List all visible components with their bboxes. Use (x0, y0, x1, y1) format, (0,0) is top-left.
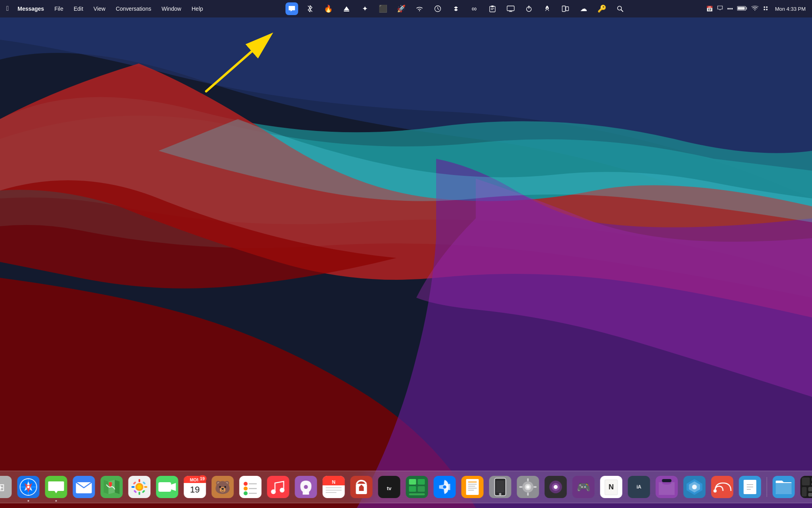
svg-text:19: 19 (190, 485, 199, 495)
wifi-strip-icon[interactable] (413, 2, 426, 15)
dock-numbers[interactable] (404, 474, 430, 500)
svg-point-5 (766, 6, 768, 8)
overflow-strip-icon[interactable]: ∞ (468, 2, 481, 15)
svg-rect-11 (491, 6, 494, 7)
clipboard-strip-icon[interactable] (486, 2, 499, 15)
dock-appletv[interactable]: tv (377, 474, 402, 500)
dock-messages[interactable] (44, 474, 69, 500)
svg-rect-146 (802, 487, 807, 496)
svg-point-113 (527, 485, 530, 489)
launch-strip-icon[interactable] (541, 2, 553, 15)
airplay-icon[interactable] (717, 5, 723, 13)
svg-text:⊞: ⊞ (0, 481, 5, 493)
window-menu[interactable]: Window (160, 5, 183, 13)
help-menu[interactable]: Help (190, 5, 205, 13)
apple-menu[interactable]:  (6, 5, 9, 13)
dock-facetime[interactable] (155, 474, 180, 500)
dock-mail[interactable] (71, 474, 97, 500)
svg-point-70 (244, 487, 248, 491)
dock-terminal[interactable] (799, 474, 812, 500)
control-center-icon[interactable] (762, 5, 769, 13)
svg-text:🎮: 🎮 (576, 481, 590, 494)
dock-bear[interactable]: 🐻 (210, 474, 236, 500)
svg-rect-8 (344, 11, 349, 12)
svg-point-4 (764, 6, 765, 8)
app-name-menu[interactable]: Messages (16, 5, 46, 13)
dropzone-strip-icon[interactable]: 🔥 (322, 2, 335, 15)
svg-point-19 (547, 8, 548, 9)
cloud-strip-icon[interactable]: ☁ (577, 2, 590, 15)
power-strip-icon[interactable] (523, 2, 535, 15)
rectangle-strip-icon[interactable] (559, 2, 572, 15)
dock-creativize[interactable] (682, 474, 707, 500)
svg-rect-130 (662, 479, 672, 482)
svg-point-121 (554, 485, 558, 489)
dock-maps[interactable] (99, 474, 124, 500)
dock-files[interactable] (771, 474, 797, 500)
icon-strip: 🔥 ✦ ⬛ 🚀 (285, 2, 626, 15)
battery-strip-icon[interactable]: ⬛ (377, 2, 389, 15)
dock-day-one[interactable] (737, 474, 763, 500)
dock-news[interactable]: N (321, 474, 347, 500)
dock-notion[interactable]: N (599, 474, 624, 500)
dock-ia-writer[interactable]: iA (626, 474, 652, 500)
svg-rect-117 (534, 486, 537, 488)
dock-creaks[interactable]: 🎮 (571, 474, 596, 500)
svg-point-72 (244, 491, 248, 495)
script-strip-icon[interactable]: ✦ (358, 2, 371, 15)
messages-notification-icon[interactable] (285, 2, 298, 15)
wifi-tray-icon[interactable] (751, 6, 758, 12)
svg-text:N: N (332, 479, 335, 485)
dock-podcasts[interactable] (293, 474, 319, 500)
svg-rect-103 (468, 486, 475, 487)
desktop:  Messages File Edit View Conversations … (0, 0, 812, 508)
dock-photos[interactable] (127, 474, 152, 500)
svg-point-40 (27, 486, 30, 488)
svg-point-68 (244, 482, 248, 486)
edit-menu[interactable]: Edit (72, 5, 85, 13)
view-menu[interactable]: View (92, 5, 107, 13)
menubar-time[interactable]: Mon 4:33 PM (775, 6, 806, 12)
svg-point-109 (499, 493, 502, 495)
eject-strip-icon[interactable] (340, 2, 353, 15)
svg-rect-101 (468, 481, 477, 483)
conversations-menu[interactable]: Conversations (114, 5, 153, 13)
battery-tray-icon[interactable] (737, 6, 747, 12)
dock-safari[interactable] (16, 474, 41, 500)
1password-strip-icon[interactable]: 🔑 (596, 2, 608, 15)
svg-rect-58 (159, 482, 171, 492)
calendar-tray-icon[interactable]: 📅 (706, 6, 713, 12)
more-tray-icon[interactable]: ••• (727, 6, 733, 12)
svg-rect-94 (409, 486, 416, 492)
dock-testflight[interactable] (432, 474, 458, 500)
svg-point-48 (137, 485, 142, 489)
istat-strip-icon[interactable]: 🚀 (395, 2, 408, 15)
svg-rect-116 (519, 486, 523, 488)
wallpaper (0, 0, 812, 508)
svg-rect-51 (132, 486, 135, 488)
svg-text:N: N (609, 483, 614, 491)
svg-rect-95 (418, 486, 425, 492)
dropbox-strip-icon[interactable] (450, 2, 462, 15)
dock-launchpad[interactable]: ⊞ (0, 474, 13, 500)
dock-obs[interactable] (543, 474, 569, 500)
dock-reeder[interactable] (710, 474, 735, 500)
search-strip-icon[interactable] (614, 2, 626, 15)
dock-system-prefs[interactable] (515, 474, 541, 500)
dock-simulator[interactable] (488, 474, 513, 500)
svg-rect-93 (418, 479, 425, 485)
display-strip-icon[interactable] (504, 2, 517, 15)
bluetooth-strip-icon[interactable] (304, 2, 316, 15)
dock-calendar[interactable]: MON 19 19 (182, 474, 208, 500)
dock-reminders[interactable] (238, 474, 263, 500)
dock-notchmeister[interactable] (654, 474, 680, 500)
svg-rect-50 (139, 492, 140, 495)
svg-rect-92 (409, 479, 416, 485)
dock-pages[interactable] (460, 474, 485, 500)
clock-strip-icon[interactable] (431, 2, 444, 15)
dock-robinhoodie[interactable] (349, 474, 374, 500)
dock-music[interactable] (266, 474, 291, 500)
file-menu[interactable]: File (53, 5, 65, 13)
svg-rect-74 (267, 476, 289, 498)
svg-point-75 (271, 489, 276, 494)
